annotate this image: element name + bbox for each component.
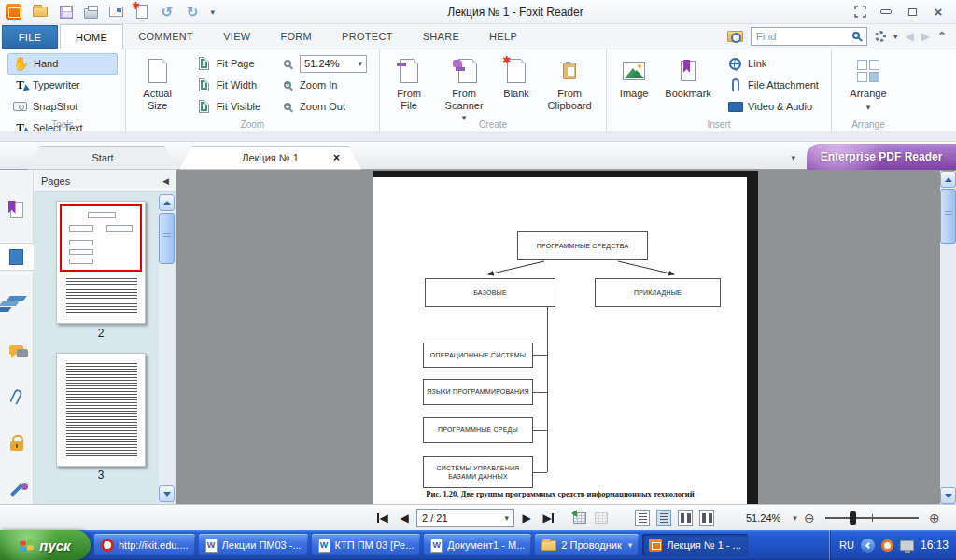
- taskbar-item-word-1[interactable]: WЛекции ПМ03 -...: [199, 534, 308, 556]
- taskbar-item-word-2[interactable]: WКТП ПМ 03 [Ре...: [312, 534, 421, 556]
- single-page-view-button[interactable]: [635, 510, 650, 526]
- tab-file[interactable]: FILE: [2, 25, 58, 49]
- last-page-button[interactable]: ▶: [539, 509, 557, 527]
- find-input[interactable]: [751, 27, 867, 46]
- scroll-down-button[interactable]: [940, 487, 956, 504]
- zoom-level-dropdown[interactable]: ▾: [358, 59, 363, 68]
- enterprise-dropdown[interactable]: ▾: [791, 153, 795, 162]
- restore-button[interactable]: [902, 4, 922, 21]
- tab-form[interactable]: FORM: [265, 24, 327, 49]
- slider-knob[interactable]: [850, 511, 856, 525]
- snapshot-button[interactable]: SnapShot: [7, 97, 118, 117]
- comments-panel-button[interactable]: [0, 336, 34, 364]
- visible-area-indicator[interactable]: [60, 204, 142, 272]
- scrollbar-thumb[interactable]: [159, 213, 175, 264]
- quick-pdf-button[interactable]: ✱: [134, 4, 148, 21]
- video-audio-button[interactable]: Video & Audio: [723, 97, 823, 117]
- continuous-view-button[interactable]: [656, 510, 671, 526]
- start-button[interactable]: пуск: [0, 530, 91, 560]
- fit-visible-button[interactable]: Fit Visible: [191, 97, 265, 117]
- tab-close-icon[interactable]: ×: [333, 151, 340, 164]
- fit-width-button[interactable]: Fit Width: [191, 76, 265, 95]
- typewriter-button[interactable]: TTypewriter: [7, 76, 118, 95]
- first-page-button[interactable]: ◀: [373, 509, 392, 527]
- find-options-dropdown[interactable]: ▾: [893, 32, 898, 41]
- zoom-out-button[interactable]: ⊖: [800, 509, 819, 527]
- zoom-out-button[interactable]: −Zoom Out: [274, 97, 372, 117]
- scroll-up-button[interactable]: [159, 194, 175, 211]
- collapse-ribbon-button[interactable]: ⌃: [937, 30, 947, 43]
- zoom-in-button[interactable]: +Zoom In: [274, 76, 372, 95]
- page-number-dropdown[interactable]: ▾: [504, 513, 509, 523]
- pages-panel-button[interactable]: [0, 243, 34, 271]
- zoom-in-button[interactable]: ⊕: [925, 509, 944, 527]
- hide-icons-button[interactable]: [861, 539, 875, 553]
- doc-tab-lecture[interactable]: Лекция № 1×: [179, 146, 361, 170]
- document-scrollbar[interactable]: [940, 171, 956, 504]
- minimize-button[interactable]: [876, 4, 896, 21]
- from-clipboard-button[interactable]: From Clipboard: [541, 53, 598, 118]
- close-button[interactable]: ×: [928, 4, 949, 21]
- save-button[interactable]: [59, 4, 73, 21]
- enterprise-pdf-reader-button[interactable]: Enterprise PDF Reader: [807, 144, 956, 170]
- attachments-panel-button[interactable]: [0, 383, 34, 411]
- search-icon[interactable]: [852, 32, 860, 39]
- zoom-dropdown[interactable]: ▾: [793, 513, 797, 523]
- pages-panel-scrollbar[interactable]: [159, 194, 175, 502]
- language-indicator[interactable]: RU: [839, 539, 854, 551]
- panel-collapse-button[interactable]: ◀: [162, 176, 169, 186]
- page-thumbnail-2[interactable]: [56, 201, 146, 324]
- tab-protect[interactable]: PROTECT: [327, 24, 408, 49]
- page-number-field[interactable]: 2 / 21▾: [416, 509, 514, 527]
- arrange-button[interactable]: Arrange ▾: [839, 53, 897, 116]
- zoom-slider[interactable]: [825, 509, 919, 527]
- tab-help[interactable]: HELP: [474, 24, 532, 49]
- image-button[interactable]: Image: [614, 53, 654, 118]
- tab-view[interactable]: VIEW: [208, 24, 265, 49]
- tab-home[interactable]: HOME: [60, 24, 123, 49]
- zoom-level-combobox[interactable]: 51.24%▾: [300, 55, 367, 73]
- next-page-button[interactable]: ▶: [517, 509, 536, 527]
- layers-panel-button[interactable]: [0, 289, 34, 317]
- fit-page-button[interactable]: Fit Page: [191, 54, 265, 74]
- print-button[interactable]: [84, 4, 98, 21]
- security-panel-button[interactable]: [0, 429, 34, 457]
- link-button[interactable]: Link: [723, 54, 823, 74]
- redo-button[interactable]: ↻: [185, 4, 199, 21]
- file-attachment-button[interactable]: File Attachment: [723, 76, 823, 95]
- undo-button[interactable]: ↺: [160, 4, 174, 21]
- scroll-down-button[interactable]: [159, 485, 175, 502]
- scroll-up-button[interactable]: [940, 171, 956, 188]
- taskbar-item-foxit[interactable]: Лекция № 1 - ...: [642, 534, 748, 556]
- from-scanner-button[interactable]: From Scanner ▾: [436, 53, 492, 118]
- blank-button[interactable]: ✱ Blank: [498, 53, 535, 118]
- continuous-facing-view-button[interactable]: [699, 510, 714, 526]
- next-view-button[interactable]: [592, 509, 611, 527]
- previous-view-button[interactable]: [570, 509, 589, 527]
- taskbar-item-word-3[interactable]: WДокумент1 - М...: [424, 534, 531, 556]
- tab-comment[interactable]: COMMENT: [123, 24, 208, 49]
- find-next-button[interactable]: ▶: [921, 30, 930, 43]
- taskbar-item-explorer-group[interactable]: 2 Проводник▾: [535, 534, 639, 556]
- network-monitor-icon[interactable]: [900, 540, 914, 551]
- from-file-button[interactable]: From File: [387, 53, 430, 118]
- facing-view-button[interactable]: [678, 510, 693, 526]
- open-file-button[interactable]: [33, 4, 48, 21]
- hand-tool-button[interactable]: ✋Hand: [7, 53, 118, 75]
- find-previous-button[interactable]: ◀: [905, 30, 913, 43]
- email-button[interactable]: [109, 4, 123, 21]
- previous-page-button[interactable]: ◀: [395, 509, 414, 527]
- tray-opera-icon[interactable]: [881, 539, 893, 552]
- scrollbar-thumb[interactable]: [940, 189, 956, 244]
- bookmark-button[interactable]: Bookmark: [661, 53, 715, 118]
- search-folder-icon[interactable]: [727, 31, 743, 42]
- fullscreen-button[interactable]: [850, 4, 870, 21]
- doc-tab-start[interactable]: Start: [28, 146, 177, 170]
- bookmarks-panel-button[interactable]: [0, 196, 34, 224]
- page-thumbnail-3[interactable]: [56, 353, 146, 467]
- tab-share[interactable]: SHARE: [408, 24, 474, 49]
- gear-icon[interactable]: [875, 31, 886, 42]
- taskbar-item-opera[interactable]: http://ikit.edu....: [94, 534, 195, 556]
- signatures-panel-button[interactable]: [0, 476, 34, 504]
- arrange-dropdown[interactable]: ▾: [866, 103, 871, 112]
